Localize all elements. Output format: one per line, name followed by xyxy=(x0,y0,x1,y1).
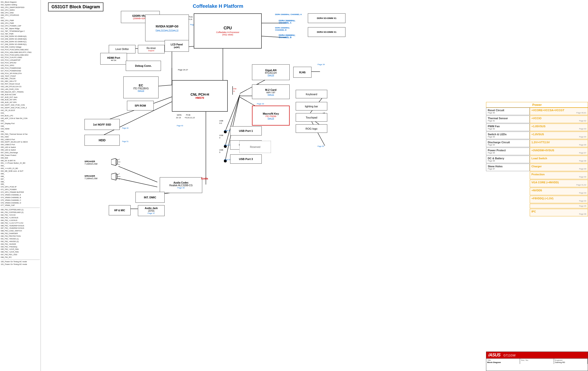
sidebar-item-79[interactable]: 080_PW_COFFEELAKE (1) xyxy=(1,209,40,211)
sidebar-item-16[interactable]: 017_DIM_DDR4 SO-DIMM B(1) xyxy=(1,43,40,46)
sidebar-item-59[interactable]: 059_EMI xyxy=(1,157,40,159)
sidebar-item-67[interactable]: 067_ xyxy=(1,178,40,181)
sidebar-item-57[interactable]: 057_DSG_Discharge xyxy=(1,151,40,154)
sidebar-item-48[interactable]: 049_HDMI xyxy=(1,128,40,130)
sidebar-item-41[interactable]: 042_CR_GL3215 xyxy=(1,109,40,112)
sidebar-item-77[interactable]: 077_VRAM_CAP xyxy=(1,204,40,207)
sidebar-item-8[interactable]: 009_CPU_PWR xyxy=(1,22,40,25)
sidebar-item-47[interactable]: 048_ xyxy=(1,125,40,128)
sidebar-item-12[interactable]: 013_TBT_PWR xyxy=(1,33,40,35)
sidebar-item-9[interactable]: 010_CPU_POWER_CAP xyxy=(1,25,40,27)
sidebar-item-21[interactable]: 022_PCH_CLKLPC,USB3 xyxy=(1,56,40,59)
sidebar-item-87[interactable]: 088_PW_LOAD_SWITCH xyxy=(1,230,40,232)
sidebar-item-56[interactable]: 056_LED & Switch xyxy=(1,149,40,151)
sidebar-item-73[interactable]: 073_VRAM-CHANNEL A xyxy=(1,194,40,196)
sidebar-item-37[interactable]: 038_AUD_INT SPK xyxy=(1,99,40,101)
sidebar-item-61[interactable]: 061_>>>Power Button_IO_BD xyxy=(1,162,40,165)
sidebar-item-65[interactable]: 065_ xyxy=(1,173,40,175)
sidebar-item-100[interactable]: 101_Power On Timing-DC mode xyxy=(1,263,40,266)
sidebar-item-99[interactable]: 100_Power On Timing-AC mode xyxy=(1,261,40,263)
sidebar-item-74[interactable]: 074_VRAM-CHANNEL B xyxy=(1,196,40,199)
sidebar-item-80[interactable]: 081_PW_COFFEELAKE (2) xyxy=(1,211,40,214)
sidebar-item-31[interactable]: 032_RST_Reset Circuit xyxy=(1,83,40,85)
sidebar-item-18[interactable]: 019_PCH_PCIE,SATA,USB2,MSC xyxy=(1,49,40,51)
sidebar-item-40[interactable]: 041_NGFF_SSD_PCIE_CON_3 xyxy=(1,106,40,109)
sidebar-item-38[interactable]: 039_AUD_INT SPK xyxy=(1,101,40,104)
sidebar-item-96[interactable]: 097_PW_PEX_VDD xyxy=(1,254,40,256)
sidebar-item-60[interactable]: 060_DC & BAT IN xyxy=(1,159,40,162)
sidebar-item-63[interactable]: 063_>>>LED_IO_BD xyxy=(1,167,40,170)
sidebar-item-45[interactable]: 046_ xyxy=(1,120,40,122)
sidebar-item-39[interactable]: 040_NGFF_SSD_PCIE_CON xyxy=(1,104,40,106)
sidebar-item-24[interactable]: 025_PCH_GPIO xyxy=(1,64,40,67)
sidebar-item-49[interactable]: 049_ xyxy=(1,130,40,133)
sidebar-item-28[interactable]: 029_TEST_POINT xyxy=(1,75,40,78)
sidebar-item-52[interactable]: 052_USB3.0 Port xyxy=(1,138,40,141)
sidebar-item-75[interactable]: 075_VRAM-CHANNEL C xyxy=(1,199,40,202)
sidebar-item-62[interactable]: 062_ xyxy=(1,165,40,167)
sidebar-item-91[interactable]: 092_PW_+4NVDD (2) xyxy=(1,240,40,243)
sidebar-item-42[interactable]: 043_ xyxy=(1,112,40,115)
sidebar-item-51[interactable]: 051_HDD xyxy=(1,136,40,138)
sidebar-item-86[interactable]: 087_PW_+3VAD5W+0VSUS xyxy=(1,227,40,230)
sidebar-item-68[interactable]: 068_ xyxy=(1,181,40,183)
sidebar-item-54[interactable]: 054_USB3.0 Port xyxy=(1,144,40,146)
sidebar-item-34[interactable]: 035_MacroN_KEY_ITE8291 xyxy=(1,91,40,94)
sidebar-item-4[interactable]: 006_CPU_GND xyxy=(1,12,40,14)
sidebar-item-43[interactable]: 044_BUG_LPC xyxy=(1,115,40,117)
sidebar-item-84[interactable]: 085_PW_+1.2V/+VTT+2.5V xyxy=(1,222,40,225)
sidebar-item-88[interactable]: 089_PW_CHARGER xyxy=(1,232,40,235)
sidebar-item-53[interactable]: 053_NGFF_WLAN & BT & XBOX xyxy=(1,141,40,144)
sidebar-item-29[interactable]: 030_KBC_ITE226 xyxy=(1,77,40,80)
sidebar-item-1[interactable]: 002_System Setting xyxy=(1,4,40,6)
sidebar-item-17[interactable]: 018_DIM_CA/DQ Voltage xyxy=(1,46,40,49)
sidebar-item-66[interactable]: 066_ xyxy=(1,175,40,178)
sidebar-item-97[interactable]: 098_PW_IPC xyxy=(1,256,40,259)
sidebar-item-7[interactable]: 008_CPU_PWR xyxy=(1,20,40,22)
sidebar-item-64[interactable]: 064_ME_W2B conn. & NUT xyxy=(1,170,40,173)
sidebar-item-36[interactable]: 037_AUD_EXT Jack xyxy=(1,96,40,99)
sidebar-item-0[interactable]: 001_Block Diagram xyxy=(1,1,40,4)
sidebar-item-6[interactable]: 007_ xyxy=(1,17,40,20)
svg-line-87 xyxy=(117,178,120,180)
sidebar-item-33[interactable]: 034_LAN_RJ45_CON xyxy=(1,88,40,91)
sidebar-item-76[interactable]: 076_VRAM-CHANNEL D xyxy=(1,202,40,204)
sidebar-item-50[interactable]: 050_FAN_Thermal Sensor & Fan xyxy=(1,133,40,136)
sidebar-item-94[interactable]: 095_PW_+12V5_FAN xyxy=(1,248,40,251)
sidebar-item-19[interactable]: 020_PCH_HDA,SMB,SEG,RTC,JTAG xyxy=(1,51,40,54)
sidebar-item-69[interactable]: 069_ xyxy=(1,183,40,186)
sidebar-item-30[interactable]: 031_KBC_KB & TP xyxy=(1,80,40,83)
sidebar-item-10[interactable]: 011_TBT_Alpine Ridge xyxy=(1,27,40,30)
sidebar-item-25[interactable]: 026_PCH_POWER/GND xyxy=(1,67,40,70)
sidebar-item-44[interactable]: 045_eDP_CON & Tobii I54_CON xyxy=(1,117,40,120)
sidebar-item-95[interactable]: 096_PW_+12V5_FAN xyxy=(1,251,40,254)
sidebar-item-72[interactable]: 072_GPU_FRAME BUFFER xyxy=(1,191,40,194)
sidebar-item-27[interactable]: 028_PCH_SPI ROM,OTH xyxy=(1,72,40,75)
sidebar-item-90[interactable]: 091_PW_+4NVDD (1) xyxy=(1,238,40,240)
sidebar-item-58[interactable]: 058_Power Protect xyxy=(1,154,40,157)
sidebar-item-82[interactable]: 083_PW_+1.05VSUS xyxy=(1,217,40,219)
sidebar-item-14[interactable]: 015_DIM_DDR4 SO-DIMM B(0) xyxy=(1,38,40,41)
sidebar-item-35[interactable]: 036_AUD-ALC296 xyxy=(1,94,40,96)
sidebar-item-15[interactable]: 016_DIM_DDR4 SO-DIMM A(1) xyxy=(1,41,40,43)
sidebar-item-22[interactable]: 023_PCH_LVDs&DP,DP xyxy=(1,59,40,62)
sidebar-item-85[interactable]: 086_PW_+3VAD5W+0VSUS xyxy=(1,225,40,227)
sidebar-item-3[interactable]: 004_CPU_DDR4 xyxy=(1,9,40,12)
sidebar-item-32[interactable]: 033_LAN_RTL8111H-CG xyxy=(1,85,40,88)
sidebar-item-70[interactable]: 070_GPU_PCIE I/F xyxy=(1,186,40,188)
sidebar-item-83[interactable]: 084_PW_+1.8VSUS xyxy=(1,219,40,222)
sidebar-item-89[interactable]: 090_PW_PROTECTION xyxy=(1,235,40,238)
sidebar-item-46[interactable]: 047_Display Port xyxy=(1,122,40,125)
sidebar-item-93[interactable]: 094_PW_+F8VDDQ xyxy=(1,246,40,248)
sidebar-item-2[interactable]: 003_CPU_DMI/PCIE/DP/DDI xyxy=(1,6,40,9)
sidebar-item-11[interactable]: 012_TBT_TPS65982&Type C xyxy=(1,30,40,33)
sidebar-item-5[interactable]: 008_CPU_CFG/RSVD xyxy=(1,14,40,17)
sidebar-item-55[interactable]: 055_LED & Switch xyxy=(1,146,40,149)
sidebar-item-23[interactable]: 024_PCH_SPICNV xyxy=(1,62,40,64)
sidebar-item-13[interactable]: 014_DIM_DDR4 SO-DIMM A(0) xyxy=(1,35,40,38)
sidebar-item-71[interactable]: 071_GPU_POWER xyxy=(1,188,40,191)
sidebar-item-20[interactable]: 021_PCH_PCIE,SATA,USB2,MSC xyxy=(1,54,40,57)
sidebar-item-26[interactable]: 027_PCH_POWER/GND xyxy=(1,70,40,72)
sidebar-item-81[interactable]: 082_PW_+VCCIO xyxy=(1,214,40,217)
sidebar-item-92[interactable]: 093_PW_+NVDD5 xyxy=(1,243,40,246)
